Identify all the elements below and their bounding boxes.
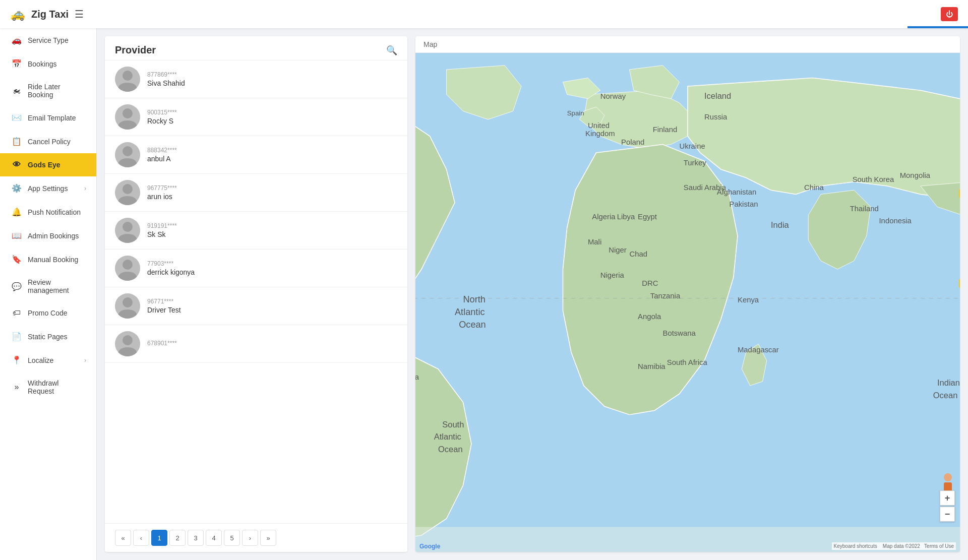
provider-item[interactable]: 678901**** [105,325,407,363]
svg-text:North: North [463,294,486,304]
sidebar-item-cancel-policy[interactable]: 📋 Cancel Policy [0,130,96,153]
provider-item[interactable]: 96771**** Driver Test [105,287,407,325]
svg-text:Algeria: Algeria [592,213,616,221]
sidebar-item-withdrawl-request[interactable]: » Withdrawl Request [0,372,96,402]
sidebar-item-push-notification[interactable]: 🔔 Push Notification [0,200,96,224]
provider-name: Siva Shahid [147,79,185,87]
provider-avatar [115,67,140,92]
zoom-out-button[interactable]: − [940,507,955,522]
map-attribution: Keyboard shortcuts Map data ©2022 Terms … [832,542,956,550]
sidebar-icon-promo-code: 🏷 [12,308,22,318]
provider-item[interactable]: 900315**** Rocky S [105,98,407,136]
pagination-last[interactable]: » [260,530,276,546]
sidebar-item-static-pages[interactable]: 📄 Static Pages [0,325,96,348]
svg-point-7 [123,184,133,194]
svg-text:Ukraine: Ukraine [680,142,705,150]
provider-name: Rocky S [147,117,177,125]
sidebar-item-admin-bookings[interactable]: 📖 Admin Bookings [0,224,96,247]
sidebar-icon-admin-bookings: 📖 [12,231,22,240]
svg-text:Indonesia: Indonesia [879,217,912,225]
sidebar-item-service-type[interactable]: 🚗 Service Type [0,28,96,52]
sidebar-item-app-settings[interactable]: ⚙️ App Settings › [0,176,96,200]
sidebar-label-ride-later: Ride Later Booking [28,83,86,99]
svg-text:Atlantic: Atlantic [434,432,461,441]
svg-text:Madagascar: Madagascar [738,346,779,354]
pagination-page-2[interactable]: 2 [169,530,186,546]
provider-info: 919191**** Sk Sk [147,222,177,238]
provider-item[interactable]: 919191**** Sk Sk [105,212,407,250]
zoom-in-button[interactable]: + [940,490,955,506]
provider-item[interactable]: 888342**** anbul A [105,136,407,174]
svg-text:Afghanistan: Afghanistan [717,188,756,196]
logout-button[interactable]: ⏻ [941,7,958,21]
provider-info: 900315**** Rocky S [147,109,177,125]
svg-point-3 [123,108,133,118]
sidebar-label-bookings: Bookings [28,60,86,68]
sidebar-label-gods-eye: Gods Eye [28,161,86,169]
pagination: «‹12345›» [105,523,407,552]
svg-point-5 [123,146,133,156]
header-right: ⏻ [941,7,958,21]
svg-text:Russia: Russia [704,113,728,121]
sidebar-label-app-settings: App Settings [28,184,78,193]
sidebar-item-promo-code[interactable]: 🏷 Promo Code [0,301,96,325]
google-logo: Google [419,543,440,550]
provider-item[interactable]: 877869**** Siva Shahid [105,60,407,98]
sidebar-item-localize[interactable]: 📍 Localize › [0,348,96,372]
provider-avatar [115,293,140,319]
pagination-page-4[interactable]: 4 [206,530,222,546]
keyboard-shortcuts: Keyboard shortcuts [834,543,877,549]
provider-avatar [115,142,140,167]
pagination-page-1[interactable]: 1 [151,530,167,546]
provider-info: 678901**** [147,340,177,348]
sidebar-icon-static-pages: 📄 [12,332,22,341]
svg-text:Ocean: Ocean [438,445,463,454]
svg-text:Niger: Niger [609,246,627,254]
sidebar-arrow-localize: › [84,357,86,364]
sidebar-item-ride-later[interactable]: 🏍 Ride Later Booking [0,76,96,106]
map-container[interactable]: Canada United States Mexico Pacific Ocea… [415,53,960,552]
svg-text:Egypt: Egypt [638,213,657,221]
sidebar-item-manual-booking[interactable]: 🔖 Manual Booking [0,247,96,271]
provider-phone: 919191**** [147,222,177,229]
svg-text:Thailand: Thailand [850,205,879,213]
svg-text:Ocean: Ocean [459,320,486,330]
provider-name: derrick kigonya [147,268,195,276]
provider-phone: 77903**** [147,260,195,267]
sidebar-label-manual-booking: Manual Booking [28,256,86,264]
main-content: Provider 🔍 877869**** Siva Shahid [97,28,968,560]
sidebar-item-bookings[interactable]: 📅 Bookings [0,52,96,76]
svg-text:Poland: Poland [621,138,644,146]
provider-phone: 96771**** [147,298,181,305]
pagination-prev[interactable]: ‹ [133,530,149,546]
menu-toggle-icon[interactable]: ☰ [75,8,84,20]
map-svg: Canada United States Mexico Pacific Ocea… [415,53,960,552]
sidebar-icon-service-type: 🚗 [12,35,22,45]
provider-panel: Provider 🔍 877869**** Siva Shahid [105,36,407,552]
search-button[interactable]: 🔍 [386,45,397,56]
sidebar-icon-gods-eye: 👁 [12,160,22,169]
pagination-first[interactable]: « [115,530,131,546]
provider-avatar [115,331,140,356]
svg-text:Tanzania: Tanzania [650,292,681,300]
svg-text:South Africa: South Africa [667,358,708,366]
pagination-next[interactable]: › [242,530,258,546]
sidebar-icon-withdrawl-request: » [12,383,22,392]
provider-item[interactable]: 77903**** derrick kigonya [105,250,407,287]
sidebar-item-gods-eye[interactable]: 👁 Gods Eye [0,153,96,176]
provider-info: 888342**** anbul A [147,147,177,163]
svg-text:Namibia: Namibia [638,362,666,370]
pagination-page-5[interactable]: 5 [224,530,240,546]
provider-phone: 877869**** [147,71,185,78]
svg-text:Kingdom: Kingdom [585,130,615,138]
sidebar-item-email-template[interactable]: ✉️ Email Template [0,106,96,130]
top-accent-bar [908,26,968,28]
provider-info: 96771**** Driver Test [147,298,181,314]
sidebar-icon-email-template: ✉️ [12,113,22,122]
sidebar-item-review-management[interactable]: 💬 Review management [0,271,96,301]
provider-item[interactable]: 967775**** arun ios [105,174,407,212]
svg-text:Libya: Libya [617,213,635,221]
svg-text:Nigeria: Nigeria [600,271,625,279]
svg-text:Mali: Mali [588,238,601,246]
pagination-page-3[interactable]: 3 [188,530,204,546]
